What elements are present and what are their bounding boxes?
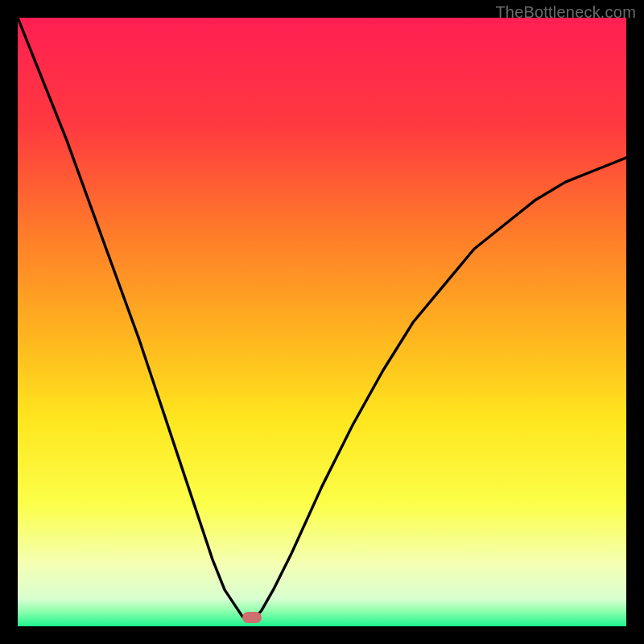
chart-stage: TheBottleneck.com [0,0,644,644]
plot-area [18,18,626,626]
bottleneck-curve [18,18,626,626]
watermark-text: TheBottleneck.com [495,3,636,22]
optimum-marker [242,612,262,623]
